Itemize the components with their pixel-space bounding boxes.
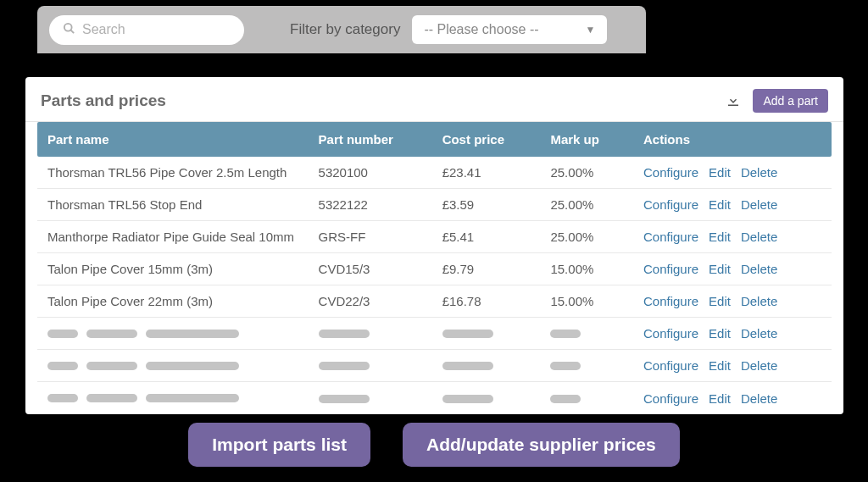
- table-row-placeholder: Configure Edit Delete: [37, 350, 832, 382]
- search-input[interactable]: [82, 22, 231, 37]
- cell-actions: Configure Edit Delete: [643, 326, 821, 341]
- cell-actions: Configure Edit Delete: [643, 391, 821, 406]
- table-row: Thorsman TRL56 Pipe Cover 2.5m Length 53…: [37, 157, 832, 189]
- cell-part-number: CVD22/3: [319, 294, 442, 308]
- configure-link[interactable]: Configure: [643, 358, 698, 373]
- cell-actions: Configure Edit Delete: [643, 262, 821, 276]
- edit-link[interactable]: Edit: [709, 165, 731, 180]
- delete-link[interactable]: Delete: [741, 262, 777, 276]
- svg-line-1: [70, 30, 74, 33]
- category-select[interactable]: -- Please choose -- ▼: [412, 15, 607, 44]
- header-cost-price: Cost price: [442, 132, 551, 147]
- cell-part-name: Talon Pipe Cover 22mm (3m): [47, 294, 319, 308]
- cell-part-name: Manthorpe Radiator Pipe Guide Seal 10mm: [47, 230, 319, 244]
- delete-link[interactable]: Delete: [741, 326, 777, 341]
- delete-link[interactable]: Delete: [741, 391, 777, 406]
- configure-link[interactable]: Configure: [643, 391, 698, 406]
- configure-link[interactable]: Configure: [643, 165, 698, 180]
- filter-bar: Filter by category -- Please choose -- ▼: [37, 6, 646, 53]
- edit-link[interactable]: Edit: [709, 197, 731, 212]
- cell-markup: 25.00%: [550, 230, 643, 244]
- configure-link[interactable]: Configure: [643, 294, 698, 308]
- table-row: Talon Pipe Cover 15mm (3m) CVD15/3 £9.79…: [37, 253, 832, 285]
- cell-cost-price: £9.79: [442, 262, 551, 276]
- configure-link[interactable]: Configure: [643, 262, 698, 276]
- delete-link[interactable]: Delete: [741, 165, 777, 180]
- cell-part-number: GRS-FF: [319, 230, 442, 244]
- cell-actions: Configure Edit Delete: [643, 294, 821, 308]
- parts-table: Part name Part number Cost price Mark up…: [25, 122, 843, 414]
- cell-cost-price: £5.41: [442, 230, 551, 244]
- table-row: Talon Pipe Cover 22mm (3m) CVD22/3 £16.7…: [37, 285, 832, 318]
- category-select-value: -- Please choose --: [424, 22, 538, 37]
- header-actions: Add a part: [726, 89, 828, 113]
- cell-part-name: Thorsman TRL56 Pipe Cover 2.5m Length: [47, 165, 319, 180]
- search-icon: [63, 22, 75, 38]
- cell-actions: Configure Edit Delete: [643, 165, 821, 180]
- table-row-placeholder: Configure Edit Delete: [37, 382, 832, 414]
- cell-cost-price: £16.78: [442, 294, 551, 308]
- header-markup: Mark up: [550, 132, 643, 147]
- cell-markup: 15.00%: [550, 262, 643, 276]
- svg-point-0: [64, 23, 72, 30]
- cta-group: Import parts list Add/update supplier pr…: [0, 423, 868, 467]
- table-row-placeholder: Configure Edit Delete: [37, 318, 832, 350]
- cell-actions: Configure Edit Delete: [643, 358, 821, 373]
- cell-actions: Configure Edit Delete: [643, 197, 821, 212]
- configure-link[interactable]: Configure: [643, 197, 698, 212]
- cell-part-number: 5322122: [319, 197, 442, 212]
- delete-link[interactable]: Delete: [741, 294, 777, 308]
- edit-link[interactable]: Edit: [709, 358, 731, 373]
- edit-link[interactable]: Edit: [709, 294, 731, 308]
- table-header: Part name Part number Cost price Mark up…: [37, 122, 832, 157]
- cell-part-number: 5320100: [319, 165, 442, 180]
- add-part-button[interactable]: Add a part: [753, 89, 828, 113]
- header-actions: Actions: [643, 132, 821, 147]
- header-part-name: Part name: [47, 132, 319, 147]
- cell-part-number: CVD15/3: [319, 262, 442, 276]
- update-supplier-prices-button[interactable]: Add/update supplier prices: [403, 423, 680, 467]
- edit-link[interactable]: Edit: [709, 391, 731, 406]
- download-icon[interactable]: [726, 93, 741, 108]
- edit-link[interactable]: Edit: [709, 262, 731, 276]
- table-row: Manthorpe Radiator Pipe Guide Seal 10mm …: [37, 221, 832, 253]
- cell-part-name: Talon Pipe Cover 15mm (3m): [47, 262, 319, 276]
- delete-link[interactable]: Delete: [741, 358, 777, 373]
- search-box[interactable]: [49, 15, 244, 45]
- cell-part-name: Thorsman TRL56 Stop End: [47, 197, 319, 212]
- cell-cost-price: £3.59: [442, 197, 551, 212]
- cell-markup: 15.00%: [550, 294, 643, 308]
- configure-link[interactable]: Configure: [643, 230, 698, 244]
- configure-link[interactable]: Configure: [643, 326, 698, 341]
- cell-markup: 25.00%: [550, 197, 643, 212]
- edit-link[interactable]: Edit: [709, 326, 731, 341]
- table-row: Thorsman TRL56 Stop End 5322122 £3.59 25…: [37, 189, 832, 221]
- filter-category-label: Filter by category: [290, 21, 400, 38]
- cell-actions: Configure Edit Delete: [643, 230, 821, 244]
- header-part-number: Part number: [319, 132, 442, 147]
- edit-link[interactable]: Edit: [709, 230, 731, 244]
- delete-link[interactable]: Delete: [741, 197, 777, 212]
- cell-cost-price: £23.41: [442, 165, 551, 180]
- cell-markup: 25.00%: [550, 165, 643, 180]
- delete-link[interactable]: Delete: [741, 230, 777, 244]
- page-title: Parts and prices: [41, 91, 166, 110]
- import-parts-button[interactable]: Import parts list: [188, 423, 370, 467]
- chevron-down-icon: ▼: [586, 24, 596, 36]
- card-header: Parts and prices Add a part: [25, 77, 843, 122]
- parts-card: Parts and prices Add a part Part name Pa…: [25, 77, 843, 414]
